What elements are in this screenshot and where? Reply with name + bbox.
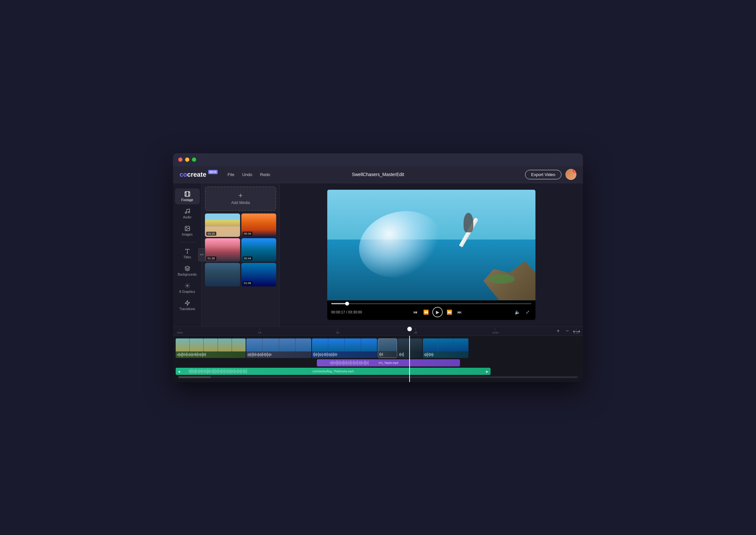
logo: cocreate BETA [179, 171, 218, 178]
vo-track-spacer [176, 359, 246, 366]
skip-end-button[interactable]: ⏭ [456, 308, 464, 316]
volume-button[interactable]: 🔈 [513, 308, 521, 316]
clip-thumbnail[interactable]: 01:06 [241, 263, 277, 286]
sidebar-label-backgrounds: Backgrounds [177, 273, 197, 276]
scrollbar-thumb[interactable] [178, 376, 211, 378]
music-clip-label: Let'sGoSurfing_TheDrums.mp3 [312, 370, 354, 373]
clip-thumbnail[interactable]: 00:15 [205, 213, 240, 237]
music-arrow-right: ▶ [486, 369, 489, 373]
ruler-mark-1min: 1min [492, 328, 499, 334]
video-screen[interactable] [327, 190, 535, 300]
progress-handle[interactable] [345, 302, 349, 306]
sidebar-label-transitions: Transitions [179, 307, 195, 311]
audio-waveform [398, 352, 422, 358]
add-media-button[interactable]: + Add Media [205, 186, 276, 211]
video-clip-waves[interactable] [312, 338, 377, 358]
beta-badge: BETA [208, 170, 218, 174]
audio-waveform [312, 352, 377, 358]
audio-waveform [246, 352, 311, 358]
avatar[interactable]: 3 [565, 169, 577, 180]
zoom-in-button[interactable]: + [555, 328, 561, 334]
control-buttons: ⏮ ⏪ ▶ ⏩ ⏭ [364, 307, 511, 317]
vo-audio-clip[interactable]: VO_Taylor.mp3 [317, 359, 460, 366]
video-player: 00:00:17 / 03:30:00 ⏮ ⏪ ▶ ⏩ ⏭ 🔈 ⤢ [327, 190, 535, 320]
video-clip-wetsuit[interactable] [398, 338, 422, 358]
header-right: Export Video 3 [525, 169, 577, 180]
clip-duration: 00:44 [243, 256, 253, 260]
sidebar-item-footage[interactable]: Footage [175, 188, 200, 204]
backgrounds-icon [184, 266, 190, 271]
clip-thumbnail[interactable] [205, 263, 240, 286]
svg-marker-15 [185, 300, 190, 305]
video-controls: 00:00:17 / 03:30:00 ⏮ ⏪ ▶ ⏩ ⏭ 🔈 ⤢ [327, 300, 535, 320]
ruler-mark-15: 15 [258, 328, 261, 334]
svg-point-7 [185, 212, 187, 213]
fast-forward-button[interactable]: ⏩ [446, 308, 453, 316]
maximize-dot[interactable] [192, 157, 196, 162]
sidebar: Footage Audio Images [173, 183, 202, 326]
music-audio-clip[interactable]: ◀ Let'sGoSurfing_TheDrums.mp3 ▶ [176, 368, 491, 375]
svg-marker-13 [185, 266, 190, 268]
zoom-fit-button[interactable]: ⟷ [573, 328, 580, 334]
sidebar-divider [179, 242, 196, 242]
video-clip-wetsuit-active[interactable] [378, 338, 397, 358]
media-panel: + Add Media 00:15 00:34 [202, 183, 280, 326]
menu-undo[interactable]: Undo [242, 172, 252, 177]
timeline-scrollbar[interactable] [178, 376, 578, 378]
video-clip-beach[interactable] [176, 338, 246, 358]
surf-scene [327, 190, 535, 300]
controls-right: 🔈 ⤢ [513, 308, 531, 316]
clip-thumbnail[interactable]: 01:28 [205, 238, 240, 262]
titlebar [173, 153, 583, 166]
music-track: ◀ Let'sGoSurfing_TheDrums.mp3 ▶ [176, 368, 580, 375]
time-display: 00:00:17 / 03:30:00 [331, 310, 362, 314]
vo-track: VO_Taylor.mp3 [176, 359, 580, 366]
timeline-body: VO_Taylor.mp3 ◀ Let'sGoSurfing_TheDrums.… [173, 336, 583, 382]
clip-thumbnail[interactable]: 00:44 [241, 238, 277, 262]
video-track [176, 338, 580, 358]
app-window: cocreate BETA File Undo Redo SwellChaser… [173, 153, 583, 382]
timeline-ruler: 0sec 15 30 45 1min 1:15 + − ⟷ [173, 327, 583, 336]
sidebar-item-backgrounds[interactable]: Backgrounds [175, 263, 200, 279]
ruler-mark-45: 45 [414, 328, 418, 334]
svg-point-8 [188, 211, 190, 213]
collapse-sidebar-button[interactable]: << [198, 248, 205, 261]
video-clip-surfing[interactable] [246, 338, 311, 358]
playhead-dot [407, 327, 412, 331]
menu-file[interactable]: File [228, 172, 234, 177]
clip-thumbnail[interactable]: 00:34 [241, 213, 277, 237]
close-dot[interactable] [178, 157, 182, 162]
ruler-marks: 0sec 15 30 45 1min 1:15 [176, 328, 580, 334]
play-button[interactable]: ▶ [432, 307, 443, 317]
audio-waveform [423, 352, 469, 358]
playhead-line[interactable] [409, 336, 410, 382]
svg-point-14 [186, 285, 188, 286]
ruler-mark-0sec: 0sec [177, 328, 183, 334]
sidebar-item-transitions[interactable]: Transitions [175, 297, 200, 313]
progress-bar[interactable] [331, 303, 531, 304]
sidebar-item-titles[interactable]: Titles [175, 246, 200, 262]
rewind-button[interactable]: ⏪ [422, 308, 430, 316]
images-icon [184, 226, 190, 231]
audio-waveform [378, 351, 397, 358]
timeline-section: 0sec 15 30 45 1min 1:15 + − ⟷ [173, 326, 583, 382]
notification-badge: 3 [573, 169, 577, 173]
fullscreen-button[interactable]: ⤢ [524, 308, 531, 316]
controls-row: 00:00:17 / 03:30:00 ⏮ ⏪ ▶ ⏩ ⏭ 🔈 ⤢ [331, 307, 531, 317]
audio-icon [184, 208, 190, 214]
sidebar-item-graphics[interactable]: 8 Graphics [175, 280, 200, 296]
zoom-out-button[interactable]: − [564, 328, 571, 334]
add-media-label: Add Media [231, 201, 250, 205]
transitions-icon [184, 300, 190, 306]
sidebar-label-titles: Titles [183, 255, 191, 259]
sidebar-item-images[interactable]: Images [175, 223, 200, 239]
sidebar-item-audio[interactable]: Audio [175, 206, 200, 222]
header: cocreate BETA File Undo Redo SwellChaser… [173, 166, 583, 183]
clip-duration: 01:06 [243, 281, 253, 285]
clip-duration: 00:15 [206, 232, 216, 236]
export-video-button[interactable]: Export Video [525, 170, 561, 179]
skip-start-button[interactable]: ⏮ [412, 308, 419, 316]
video-clip-ocean[interactable] [423, 338, 469, 358]
minimize-dot[interactable] [185, 157, 189, 162]
menu-redo[interactable]: Redo [260, 172, 270, 177]
